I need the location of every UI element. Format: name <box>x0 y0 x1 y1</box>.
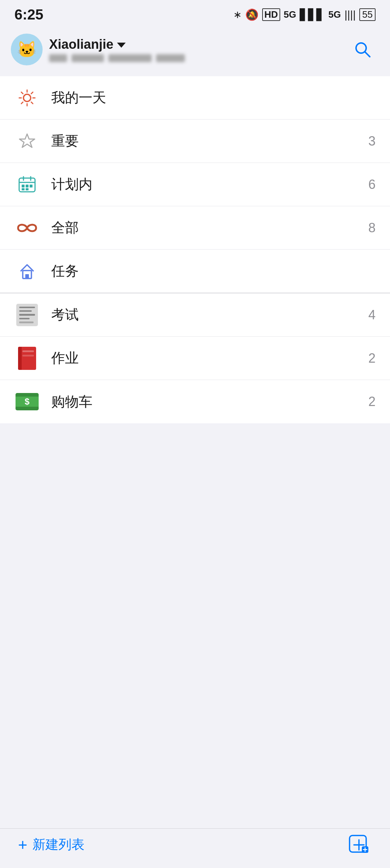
new-list-label: 新建列表 <box>32 836 84 854</box>
planned-count: 6 <box>368 177 376 192</box>
cart-label: 购物车 <box>51 393 368 411</box>
blurred-bar-1 <box>49 54 67 62</box>
5g-icon: 5G <box>284 9 296 20</box>
add-group-button[interactable] <box>346 832 372 858</box>
avatar[interactable]: 🐱 <box>11 34 43 65</box>
my-day-label: 我的一天 <box>51 88 376 107</box>
list-item-exam[interactable]: 考试 4 <box>0 293 390 337</box>
bottom-toolbar: + 新建列表 <box>0 828 390 868</box>
svg-rect-17 <box>26 185 29 187</box>
calendar-icon <box>14 172 40 197</box>
star-icon <box>14 129 40 154</box>
list-item-tasks[interactable]: 任务 <box>0 250 390 293</box>
newspaper-icon <box>14 302 40 328</box>
infinity-icon <box>14 215 40 241</box>
5g2-icon: 5G <box>328 9 341 20</box>
blurred-bar-2 <box>72 54 104 62</box>
new-list-button[interactable]: + 新建列表 <box>18 836 84 854</box>
list-item-planned[interactable]: 计划内 6 <box>0 163 390 206</box>
list-item-homework[interactable]: 作业 2 <box>0 337 390 380</box>
blurred-bar-3 <box>108 54 152 62</box>
tasks-label: 任务 <box>51 262 376 280</box>
header: 🐱 Xiaolianjie <box>0 26 390 69</box>
status-time: 6:25 <box>14 7 43 23</box>
search-button[interactable] <box>350 36 376 62</box>
svg-rect-20 <box>26 188 29 190</box>
signal-icon: ▋▋▋ <box>300 8 325 21</box>
svg-line-8 <box>31 102 33 104</box>
home-icon <box>14 259 40 284</box>
blurred-bar-4 <box>156 54 185 62</box>
svg-rect-22 <box>25 274 29 278</box>
important-label: 重要 <box>51 132 368 150</box>
user-name-row[interactable]: Xiaolianjie <box>49 37 185 52</box>
user-info: Xiaolianjie <box>49 37 185 62</box>
svg-rect-16 <box>22 185 25 187</box>
homework-count: 2 <box>368 351 376 366</box>
list-item-cart[interactable]: $ 购物车 2 <box>0 380 390 423</box>
all-count: 8 <box>368 220 376 236</box>
mute-icon: 🔕 <box>245 8 259 21</box>
svg-marker-11 <box>20 134 35 147</box>
svg-line-7 <box>21 92 23 94</box>
blurred-bars <box>49 54 185 62</box>
exam-label: 考试 <box>51 306 368 324</box>
important-count: 3 <box>368 134 376 149</box>
svg-rect-19 <box>22 188 25 190</box>
book-icon <box>14 346 40 371</box>
user-name-text: Xiaolianjie <box>49 37 113 52</box>
svg-rect-18 <box>30 185 32 187</box>
chevron-down-icon <box>117 43 126 48</box>
battery-icon: 55 <box>359 8 376 21</box>
svg-point-2 <box>23 94 31 102</box>
status-icons: ∗ 🔕 HD 5G ▋▋▋ 5G |||| 55 <box>233 8 376 21</box>
sun-icon <box>14 85 40 111</box>
list-item-all[interactable]: 全部 8 <box>0 206 390 250</box>
bluetooth-icon: ∗ <box>233 9 242 21</box>
svg-line-9 <box>31 92 33 94</box>
homework-label: 作业 <box>51 349 368 367</box>
exam-count: 4 <box>368 307 376 323</box>
list-item-my-day[interactable]: 我的一天 <box>0 76 390 120</box>
signal2-icon: |||| <box>344 9 356 21</box>
money-icon: $ <box>14 389 40 414</box>
header-left: 🐱 Xiaolianjie <box>11 34 185 65</box>
svg-line-1 <box>365 52 370 57</box>
plus-icon: + <box>18 837 27 853</box>
svg-line-10 <box>21 102 23 104</box>
cart-count: 2 <box>368 394 376 409</box>
list-item-important[interactable]: 重要 3 <box>0 120 390 163</box>
main-list: 我的一天 重要 3 计划内 6 <box>0 76 390 423</box>
all-label: 全部 <box>51 219 368 237</box>
hd-icon: HD <box>262 8 280 21</box>
status-bar: 6:25 ∗ 🔕 HD 5G ▋▋▋ 5G |||| 55 <box>0 0 390 26</box>
planned-label: 计划内 <box>51 175 368 194</box>
